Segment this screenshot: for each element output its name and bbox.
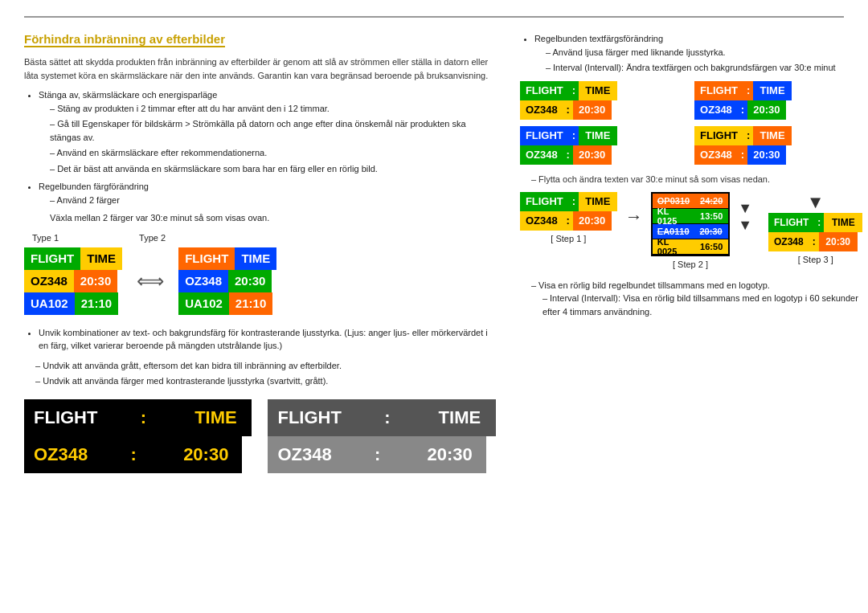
right-boards-grid: FLIGHT : TIME OZ348 : 20:30 FLIGHT : TIM… (520, 81, 862, 165)
dash2-1: Använd 2 färger (50, 194, 496, 207)
s2-r3-r: 20:30 (694, 224, 728, 239)
dash-interval2-list: Interval (Intervall): Visa en rörlig bil… (542, 292, 862, 318)
type2-label: Type 2 (139, 233, 166, 243)
rb2-rr: 20:30 (747, 100, 786, 120)
steps-section: FLIGHT : TIME OZ348 : 20:30 [ Step 1 ] → (520, 192, 862, 269)
t1-row2-right: 21:10 (75, 292, 118, 315)
gray-board: FLIGHT : TIME OZ348 : 20:30 (268, 399, 495, 473)
dash-moving-image: Visa en rörlig bild regelbundet tillsamm… (531, 279, 862, 319)
s3-colon: : (814, 213, 824, 232)
bb-header-right: TIME (179, 399, 252, 436)
rb3-hr: TIME (579, 126, 617, 145)
rb4-rr: 20:30 (747, 145, 786, 165)
step1-label: [ Step 1 ] (551, 234, 586, 243)
rb2-rl: OZ348 (694, 100, 738, 120)
rb1-hr: TIME (579, 81, 617, 100)
right-dashes: Använd ljusa färger med liknande ljussty… (546, 46, 862, 75)
rb1-rr: 20:30 (573, 100, 612, 120)
s2-r2-r: 13:50 (694, 209, 728, 223)
swap-arrow-icon: ⟺ (137, 270, 164, 292)
right-board-2: FLIGHT : TIME OZ348 : 20:30 (694, 81, 862, 120)
gb-header-left: FLIGHT (268, 399, 350, 436)
s1-colon2: : (563, 211, 573, 231)
rb2-colon: : (743, 81, 753, 100)
bullet3-list: Unvik kombinationer av text- och bakgrun… (39, 326, 496, 353)
step3-arrow-down: ▼ (807, 192, 825, 213)
dash1-1: Stäng av produkten i 2 timmar efter att … (50, 102, 496, 116)
s3-rr: 20:30 (819, 232, 858, 251)
section-title: Förhindra inbränning av efterbilder (24, 32, 496, 55)
s2-r1-r: 24:20 (694, 194, 728, 208)
dash-light-colors: Använd ljusa färger med liknande ljussty… (546, 46, 862, 59)
s2-r2-l: KL 0125 (653, 209, 694, 223)
rb1-rl: OZ348 (520, 100, 563, 120)
gb-colon: : (351, 399, 424, 436)
rb2-hl: FLIGHT (694, 81, 743, 100)
bb-colon: : (107, 399, 179, 436)
s1-rl: OZ348 (520, 211, 563, 231)
step2-box: OP0310 24:20 KL 0125 13:50 EA0110 20:30 (651, 192, 730, 269)
s2-r4-r: 16:50 (694, 239, 728, 254)
gb-colon2: : (342, 436, 414, 473)
bullet2-main: Regelbunden färgförändring Använd 2 färg… (39, 180, 496, 225)
gb-header-right: TIME (424, 399, 496, 436)
step1-box: FLIGHT : TIME OZ348 : 20:30 [ Step 1 ] (520, 192, 617, 243)
bb-colon2: : (97, 436, 170, 473)
bullet2-dashes: Använd 2 färger (50, 194, 496, 207)
type1-board: FLIGHT TIME OZ348 20:30 UA102 21:10 (24, 247, 122, 315)
type2-board: FLIGHT TIME OZ348 20:30 UA102 21:10 (178, 247, 276, 315)
right-board-1: FLIGHT : TIME OZ348 : 20:30 (520, 81, 688, 120)
bullet1-dashes: Stäng av produkten i 2 timmar efter att … (50, 102, 496, 176)
rb4-colon2: : (738, 145, 747, 165)
step2-board: OP0310 24:20 KL 0125 13:50 EA0110 20:30 (651, 192, 730, 256)
bb-header-left: FLIGHT (24, 399, 107, 436)
bullet-list: Stänga av, skärmsläckare och energisparl… (39, 88, 496, 225)
t2-row1-right: 20:30 (228, 270, 272, 292)
step3-label: [ Step 3 ] (798, 255, 833, 264)
rb1-colon2: : (563, 100, 573, 120)
right-bullet-text-change: Regelbunden textfärgsförändring Använd l… (534, 32, 862, 75)
dash-move-note: Flytta och ändra texten var 30:e minut s… (531, 174, 862, 184)
bullet1-main: Stänga av, skärmsläckare och energisparl… (39, 88, 496, 175)
double-arrow-icon: ▼ ▼ (738, 200, 752, 234)
bb-row1-left: OZ348 (24, 436, 97, 473)
t1-header-left: FLIGHT (24, 247, 80, 270)
t1-row2-left: UA102 (24, 292, 75, 315)
right-column: Regelbunden textfärgsförändring Använd l… (520, 32, 862, 473)
step3-board: FLIGHT : TIME OZ348 : 20:30 (768, 213, 862, 251)
right-bottom-dashes: Visa en rörlig bild regelbundet tillsamm… (531, 279, 862, 319)
rb4-rl: OZ348 (694, 145, 738, 165)
dash-gray: Undvik att använda grått, eftersom det k… (35, 359, 496, 373)
s1-hl: FLIGHT (520, 192, 569, 211)
rb4-colon: : (743, 126, 753, 145)
s2-r4-l: KL 0025 (653, 239, 694, 254)
s3-rl: OZ348 (768, 232, 809, 251)
t2-row2-right: 21:10 (229, 292, 272, 315)
t1-row1-right: 20:30 (74, 270, 117, 292)
s1-rr: 20:30 (573, 211, 612, 231)
bb-row1-right: 20:30 (170, 436, 242, 473)
t2-row2-left: UA102 (178, 292, 229, 315)
bottom-boards: FLIGHT : TIME OZ348 : 20:30 FLIGHT : TIM… (24, 399, 496, 473)
t1-row1-left: OZ348 (24, 270, 74, 292)
gb-row1-left: OZ348 (268, 436, 341, 473)
type-boards-row: FLIGHT TIME OZ348 20:30 UA102 21:10 ⟺ FL… (24, 247, 496, 315)
bullet2-sub-note: Växla mellan 2 färger var 30:e minut så … (50, 211, 496, 225)
left-column: Förhindra inbränning av efterbilder Bäst… (24, 32, 496, 473)
s1-colon: : (569, 192, 579, 211)
rb3-colon2: : (563, 145, 573, 165)
rb3-rl: OZ348 (520, 145, 563, 165)
intro-text: Bästa sättet att skydda produkten från i… (24, 55, 496, 82)
right-board-3: FLIGHT : TIME OZ348 : 20:30 (520, 126, 688, 165)
rb1-hl: FLIGHT (520, 81, 569, 100)
step2-label: [ Step 2 ] (673, 260, 708, 269)
type-labels: Type 1 Type 2 (32, 233, 496, 243)
step3-section: ▼ FLIGHT : TIME OZ348 : 20:30 [ Step 3 ] (768, 192, 862, 264)
rb3-hl: FLIGHT (520, 126, 569, 145)
rb4-hl: FLIGHT (694, 126, 743, 145)
t1-header-right: TIME (80, 247, 122, 270)
rb3-colon: : (569, 126, 579, 145)
step1-to-step2-arrow: → (625, 206, 643, 227)
right-bullet-list: Regelbunden textfärgsförändring Använd l… (534, 32, 862, 75)
type1-label: Type 1 (32, 233, 59, 243)
